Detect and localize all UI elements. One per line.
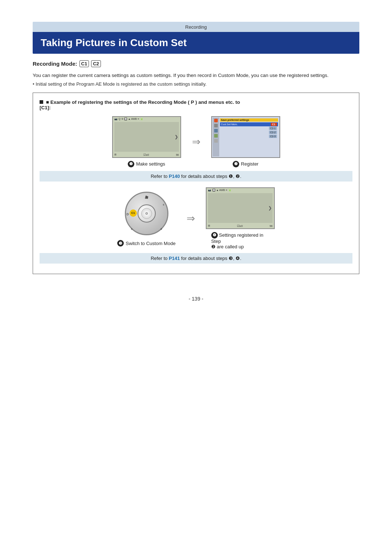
camera-bottom-bar-3: ⊞ ☑±0 98 (207, 224, 274, 228)
mode-badge-c2: C2 (91, 60, 101, 67)
step-3-item: ▲ 🎥 d s a C1 D ⊙ (117, 190, 175, 247)
title-bar: Taking Pictures in Custom Set (33, 32, 359, 54)
example-title-text: ■ Example of registering the settings of… (40, 99, 240, 110)
step-3-number: ❸ (117, 240, 124, 247)
steps-row-3-4: ▲ 🎥 d s a C1 D ⊙ (40, 187, 352, 249)
page-title: Taking Pictures in Custom Set (41, 37, 351, 49)
square-icon (40, 100, 43, 104)
arrow-1-2: ⇒ (192, 136, 200, 148)
step-3-label: ❸ Switch to Custom Mode (117, 240, 175, 247)
exp-value-3: ☑±0 (237, 224, 243, 228)
refer2-text: Refer to (151, 256, 167, 261)
step-2-item: Save preferred settings Cust.Set Mem. C1… (211, 116, 280, 167)
recording-mode-line: Recording Mode: C1 C2 (33, 60, 359, 67)
step-1-label: ❶ Make settings (128, 161, 165, 167)
content-area: Recording Taking Pictures in Custom Set … (33, 22, 359, 302)
step-4-item: 📷 🔲 ▲ AWB ≡ 🔋 ❯ ⊞ ☑±0 98 (206, 187, 275, 249)
refer2-link[interactable]: P141 (169, 256, 180, 261)
recording-mode-label: Recording Mode: (33, 61, 77, 67)
camera-screen-1: 📷 Q ⑤ 🔲 ▲ AWB ≡ 🔋 ❯ ⊞ ☑±0 98 (112, 116, 181, 158)
step-4-label: ❹ Settings registered in Step ❷ are call… (211, 232, 269, 249)
page-number: - 139 - (33, 296, 359, 302)
camera-main-area-1: ❯ (114, 122, 179, 152)
camera-bottom-bar-1: ⊞ ☑±0 98 (113, 152, 180, 157)
camera-arrow-right-3: ❯ (268, 205, 272, 211)
refer1-suffix: for details about steps ❶, ❷. (181, 174, 241, 179)
refer1-text: Refer to (151, 174, 167, 179)
body-paragraph: You can register the current camera sett… (33, 72, 359, 80)
camera-main-area-3: ❯ (208, 193, 273, 223)
arrow-3-4: ⇒ (187, 212, 195, 224)
step-1-item: 📷 Q ⑤ 🔲 ▲ AWB ≡ 🔋 ❯ ⊞ ☑±0 98 (112, 116, 181, 167)
refer1-link[interactable]: P140 (169, 174, 180, 179)
steps-row-1-2: 📷 Q ⑤ 🔲 ▲ AWB ≡ 🔋 ❯ ⊞ ☑±0 98 (40, 116, 352, 167)
camera-top-bar-1: 📷 Q ⑤ 🔲 ▲ AWB ≡ 🔋 (113, 117, 180, 121)
dial-circle: ▲ 🎥 d s a C1 D ⊙ (125, 192, 168, 235)
example-title: ■ Example of registering the settings of… (40, 99, 352, 110)
camera-top-bar-3: 📷 🔲 ▲ AWB ≡ 🔋 (207, 188, 274, 192)
camera-arrow-right-1: ❯ (175, 134, 178, 139)
section-label: Recording (185, 24, 207, 30)
page-container: Recording Taking Pictures in Custom Set … (0, 0, 392, 554)
step-1-number: ❶ (128, 161, 134, 167)
menu-screen-2: Save preferred settings Cust.Set Mem. C1… (211, 116, 280, 158)
step-2-number: ❷ (233, 161, 239, 167)
example-box: ■ Example of registering the settings of… (33, 93, 359, 274)
body-bullet: • Initial setting of the Program AE Mode… (33, 81, 359, 87)
section-header-band: Recording (33, 22, 359, 32)
refer2-suffix: for details about steps ❸, ❹. (181, 256, 241, 261)
exp-value-1: ☑±0 (143, 153, 149, 156)
camera-screen-3: 📷 🔲 ▲ AWB ≡ 🔋 ❯ ⊞ ☑±0 98 (206, 187, 275, 229)
step-2-label: ❷ Register (233, 161, 258, 167)
mode-badge-c1: C1 (79, 60, 89, 67)
refer-line-2: Refer to P141 for details about steps ❸,… (40, 253, 352, 264)
step-4-number: ❹ (211, 232, 218, 239)
dial-container: ▲ 🎥 d s a C1 D ⊙ (123, 190, 170, 237)
dial-inner: ⊙ (138, 204, 156, 223)
refer-line-1: Refer to P140 for details about steps ❶,… (40, 171, 352, 182)
